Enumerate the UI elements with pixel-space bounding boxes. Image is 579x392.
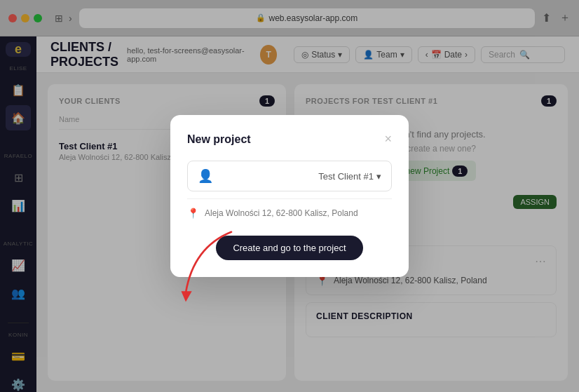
client-select-icon: 👤 xyxy=(198,168,213,184)
chevron-down-modal-icon: ▾ xyxy=(376,171,381,182)
create-project-button[interactable]: Create and go to the project xyxy=(216,236,362,260)
new-project-modal: New project × 👤 Test Client #1 ▾ 📍 Aleja… xyxy=(170,115,409,277)
modal-client-selector[interactable]: 👤 Test Client #1 ▾ xyxy=(187,161,392,191)
client-name-selected: Test Client #1 xyxy=(318,171,374,182)
modal-divider xyxy=(187,198,392,199)
modal-address-text: Aleja Wolności 12, 62-800 Kalisz, Poland xyxy=(205,208,358,218)
modal-header: New project × xyxy=(187,132,392,147)
svg-marker-0 xyxy=(182,291,192,302)
modal-address-row: 📍 Aleja Wolności 12, 62-800 Kalisz, Pola… xyxy=(187,202,392,224)
client-select-value: Test Client #1 ▾ xyxy=(318,171,381,182)
modal-title: New project xyxy=(187,133,251,146)
modal-close-button[interactable]: × xyxy=(384,132,392,147)
modal-overlay[interactable]: New project × 👤 Test Client #1 ▾ 📍 Aleja… xyxy=(0,0,579,392)
modal-location-icon: 📍 xyxy=(187,208,199,219)
